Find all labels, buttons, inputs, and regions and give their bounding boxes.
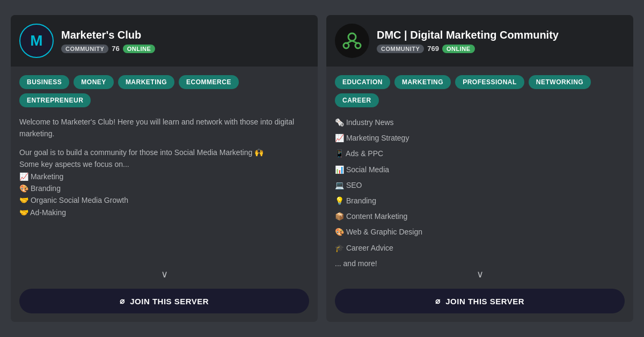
list-item: 🎓 Career Advice	[335, 241, 625, 255]
tag-education: EDUCATION	[335, 75, 390, 89]
join-label-dmc: JOIN THIS SERVER	[445, 297, 524, 306]
join-button-dmc[interactable]: ⌀ JOIN THIS SERVER	[335, 289, 625, 313]
svg-line-3	[346, 41, 352, 43]
card-body-dmc: EDUCATION MARKETING PROFESSIONAL NETWORK…	[326, 67, 633, 322]
join-icon-mc: ⌀	[120, 296, 125, 306]
svg-point-2	[355, 43, 361, 48]
list-item: 💻 SEO	[335, 179, 625, 192]
card-header-mc: M Marketer's Club COMMUNITY 76 ONLINE	[11, 15, 318, 67]
server-icon-dmc	[335, 24, 369, 58]
join-label-mc: JOIN THIS SERVER	[130, 297, 209, 306]
fade-overlay-mc	[19, 229, 309, 250]
community-badge-dmc: COMMUNITY	[377, 45, 424, 53]
chevron-dmc[interactable]: ∨	[335, 266, 625, 284]
server-icon-mc: M	[19, 24, 54, 58]
online-count-dmc: 769	[427, 45, 439, 53]
description-list-dmc: 🗞️ Industry News 📈 Marketing Strategy 📱 …	[335, 116, 625, 266]
tag-marketing: MARKETING	[118, 75, 174, 89]
list-item: 📱 Ads & PPC	[335, 147, 625, 160]
svg-point-0	[348, 33, 356, 41]
list-item: 📊 Social Media	[335, 163, 625, 177]
server-info-mc: Marketer's Club COMMUNITY 76 ONLINE	[61, 29, 155, 53]
card-description-dmc: 🗞️ Industry News 📈 Marketing Strategy 📱 …	[335, 116, 625, 266]
server-name-dmc: DMC | Digital Marketing Community	[377, 29, 559, 41]
server-meta-dmc: COMMUNITY 769 ONLINE	[377, 45, 559, 53]
community-badge-mc: COMMUNITY	[61, 45, 108, 53]
list-item: 💡 Branding	[335, 194, 625, 208]
server-meta-mc: COMMUNITY 76 ONLINE	[61, 45, 155, 53]
list-item: 🎨 Web & Graphic Design	[335, 225, 625, 239]
online-badge-mc: ONLINE	[123, 45, 156, 53]
list-item: ... and more!	[335, 257, 625, 266]
join-button-mc[interactable]: ⌀ JOIN THIS SERVER	[19, 289, 309, 313]
card-body-mc: BUSINESS MONEY MARKETING ECOMMERCE ENTRE…	[11, 67, 318, 322]
tags-container-dmc: EDUCATION MARKETING PROFESSIONAL NETWORK…	[335, 75, 625, 107]
list-item: 🗞️ Industry News	[335, 116, 625, 129]
cards-container: M Marketer's Club COMMUNITY 76 ONLINE BU…	[0, 4, 644, 333]
tag-business: BUSINESS	[19, 75, 69, 89]
tags-container-mc: BUSINESS MONEY MARKETING ECOMMERCE ENTRE…	[19, 75, 309, 107]
tag-professional: PROFESSIONAL	[455, 75, 524, 89]
online-badge-dmc: ONLINE	[442, 45, 475, 53]
card-description-mc: Welcome to Marketer's Club! Here you wil…	[19, 116, 309, 266]
card-header-dmc: DMC | Digital Marketing Community COMMUN…	[326, 15, 633, 67]
card-dmc: DMC | Digital Marketing Community COMMUN…	[326, 15, 633, 322]
online-count-mc: 76	[112, 45, 119, 53]
tag-marketing-dmc: MARKETING	[394, 75, 451, 89]
tag-career: CAREER	[335, 93, 379, 107]
tag-entrepreneur: ENTREPRENEUR	[19, 93, 91, 107]
tag-networking: NETWORKING	[529, 75, 591, 89]
server-name-mc: Marketer's Club	[61, 29, 155, 41]
tag-money: MONEY	[74, 75, 114, 89]
svg-line-4	[352, 41, 358, 43]
list-item: 📦 Content Marketing	[335, 210, 625, 223]
chevron-mc[interactable]: ∨	[19, 266, 309, 284]
server-info-dmc: DMC | Digital Marketing Community COMMUN…	[377, 29, 559, 53]
join-icon-dmc: ⌀	[435, 296, 441, 306]
card-marketers-club: M Marketer's Club COMMUNITY 76 ONLINE BU…	[11, 15, 318, 322]
list-item: 📈 Marketing Strategy	[335, 131, 625, 145]
svg-point-1	[343, 43, 349, 48]
tag-ecommerce: ECOMMERCE	[179, 75, 239, 89]
